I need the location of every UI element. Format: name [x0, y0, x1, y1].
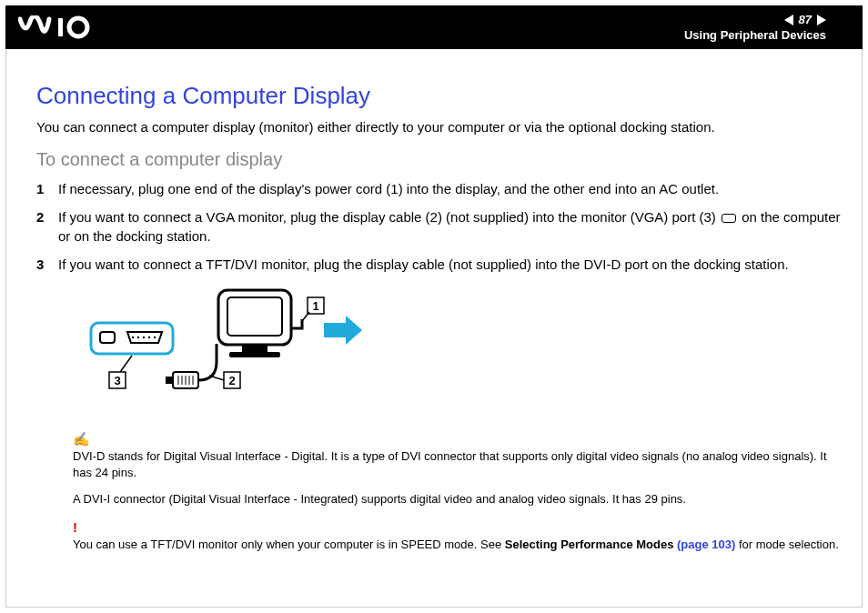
svg-point-1	[69, 18, 87, 36]
next-page-arrow-icon[interactable]	[817, 15, 826, 25]
svg-point-4	[132, 337, 134, 338]
step-text-pre: If you want to connect a VGA monitor, pl…	[58, 209, 720, 225]
note-icon: ✍	[73, 431, 90, 447]
svg-point-6	[143, 337, 145, 338]
content-area: Connecting a Computer Display You can co…	[36, 82, 841, 564]
svg-rect-3	[100, 332, 115, 343]
prev-page-arrow-icon[interactable]	[784, 15, 793, 25]
svg-point-8	[154, 337, 156, 338]
warning-text: You can use a TFT/DVI monitor only when …	[73, 538, 839, 551]
label-3: 3	[114, 374, 120, 387]
header-right: 87 Using Peripheral Devices	[684, 13, 826, 42]
intro-text: You can connect a computer display (moni…	[36, 119, 841, 135]
svg-rect-21	[227, 297, 282, 336]
page-link[interactable]: (page 103)	[677, 538, 735, 551]
step-text: If you want to connect a TFT/DVI monitor…	[58, 255, 789, 274]
step-item: 2 If you want to connect a VGA monitor, …	[36, 207, 841, 246]
page-number: 87	[799, 13, 812, 26]
step-number: 1	[36, 179, 58, 198]
header-bar: 87 Using Peripheral Devices	[5, 5, 863, 49]
label-2: 2	[228, 374, 235, 387]
step-number: 2	[36, 207, 58, 246]
svg-rect-23	[229, 352, 280, 357]
svg-point-7	[148, 337, 150, 338]
sub-title: To connect a computer display	[36, 149, 841, 170]
steps-list: 1 If necessary, plug one end of the disp…	[36, 179, 841, 274]
breadcrumb[interactable]: Using Peripheral Devices	[684, 28, 826, 42]
connection-diagram: 3 2	[73, 285, 364, 421]
step-text: If necessary, plug one end of the displa…	[58, 179, 719, 198]
svg-rect-0	[58, 18, 63, 36]
svg-rect-17	[166, 377, 173, 384]
svg-line-25	[302, 312, 309, 321]
step-item: 1 If necessary, plug one end of the disp…	[36, 179, 841, 198]
vga-port-icon	[722, 214, 736, 223]
step-number: 3	[36, 255, 58, 274]
svg-point-5	[137, 337, 139, 338]
vaio-logo	[18, 15, 106, 39]
page-nav: 87	[784, 13, 826, 26]
section-title: Connecting a Computer Display	[36, 82, 841, 110]
label-1: 1	[312, 299, 318, 313]
warning-icon: !	[73, 519, 77, 535]
step-text: If you want to connect a VGA monitor, pl…	[58, 207, 841, 246]
svg-rect-22	[242, 345, 267, 352]
note-text-2: A DVI-I connector (Digital Visual Interf…	[73, 492, 686, 506]
warn-pre: You can use a TFT/DVI monitor only when …	[73, 538, 505, 551]
note-text-1: DVI-D stands for Digital Visual Interfac…	[73, 449, 827, 479]
svg-marker-26	[324, 316, 362, 345]
note-block: ✍ DVI-D stands for Digital Visual Interf…	[73, 430, 841, 553]
svg-line-10	[120, 356, 132, 372]
step-item: 3 If you want to connect a TFT/DVI monit…	[36, 255, 841, 274]
warn-bold: Selecting Performance Modes	[505, 538, 677, 551]
warn-post: for mode selection.	[735, 538, 838, 551]
